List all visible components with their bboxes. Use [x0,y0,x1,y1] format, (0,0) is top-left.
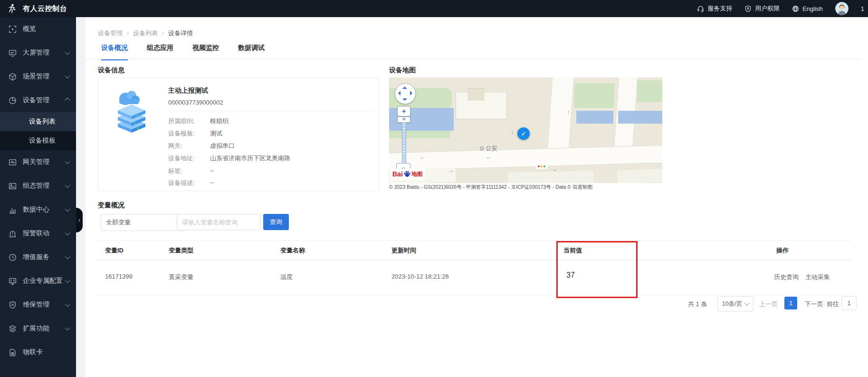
tab-device-overview[interactable]: 设备概况 [101,44,128,60]
zoom-in-button[interactable]: + [397,106,410,116]
sidebar-item-enterprise[interactable]: 企业专属配置 [0,269,76,293]
variable-search-input[interactable] [177,214,260,230]
sidebar-item-extension[interactable]: 扩展功能 [0,317,76,340]
sidebar-item-label: 设备管理 [23,96,66,105]
query-button[interactable]: 查询 [263,214,289,230]
chevron-down-icon [65,206,70,212]
sidebar-item-label: 场景管理 [23,72,66,81]
sidebar-item-device[interactable]: 设备管理 [0,88,76,112]
breadcrumb-item[interactable]: 设备管理 [98,29,123,38]
baidu-map-canvas[interactable]: ← ← → → ↑ ↓ + = − ✓ ⊙ 公安 Bai 地图 [389,77,662,183]
sidebar-item-label: 物联卡 [23,348,69,357]
device-location-marker[interactable]: ✓ [517,127,530,140]
road-arrow-icon: ↓ [511,129,514,135]
chevron-down-icon [65,278,70,283]
sidebar-item-label: 概览 [23,25,69,33]
sidebar-item-label: 企业专属配置 [23,277,66,285]
sidebar-item-gateway[interactable]: 网关管理 [0,150,76,174]
map-water-area [618,111,662,124]
chevron-down-icon [65,73,70,78]
sidebar-item-overview[interactable]: 概览 [0,17,76,41]
language-switcher[interactable]: English [792,5,823,12]
map-road [547,77,574,150]
sidebar-item-label: 网关管理 [23,158,66,166]
code-screen-icon [9,277,17,285]
service-support-label: 服务支持 [707,4,732,13]
sidebar-item-label: 报警联动 [23,229,66,238]
page-size-select[interactable]: 10条/页 [717,296,754,311]
field-value: 根组织 [210,117,229,126]
sidebar-item-datacenter[interactable]: 数据中心 [0,198,76,222]
variable-type-select[interactable]: 全部变量 [101,214,185,231]
baidu-paw-icon [403,170,411,178]
sidebar-item-maintenance[interactable]: 维保管理 [0,293,76,317]
breadcrumb: 设备管理 › 设备列表 › 设备详情 [98,29,193,38]
tabs-divider [86,59,860,59]
col-header-variable-name: 变量名称 [280,246,305,255]
active-collect-link[interactable]: 主动采集 [805,273,830,281]
alarm-icon [9,230,17,238]
device-info-panel: 主动上报测试 0000037739000002 所属组织: 根组织 设备模板: … [98,77,379,191]
tab-data-debug[interactable]: 数据调试 [238,44,265,60]
chevron-down-icon [65,183,70,188]
col-header-variable-type: 变量类型 [169,246,193,255]
info-field-row: 设备描述: -- [168,179,372,187]
sidebar-item-simcard[interactable]: 物联卡 [0,340,76,364]
overview-icon [9,25,17,33]
tab-scada-app[interactable]: 组态应用 [147,44,173,60]
current-page-button[interactable]: 1 [784,297,797,309]
sidebar-item-alarm[interactable]: 报警联动 [0,222,76,245]
sidebar-item-device-template[interactable]: 设备模板 [0,131,76,150]
chevron-up-icon [65,97,70,103]
sidebar-item-scene[interactable]: 场景管理 [0,65,76,88]
sidebar-item-device-list[interactable]: 设备列表 [0,112,76,131]
baidu-logo-text: 地图 [411,170,423,178]
topbar-right: 服务支持 用户权限 English 1 [697,0,864,17]
gateway-icon [9,158,17,166]
topbar: 有人云控制台 服务支持 用户权限 English 1 [0,0,868,17]
map-pan-control[interactable] [395,83,416,104]
prev-page-button[interactable]: 上一页 [759,300,778,309]
field-value: 虚拟串口 [210,142,235,150]
device-map-title: 设备地图 [389,66,416,75]
road-arrow-icon: ← [486,154,492,160]
divider [168,111,372,111]
user-avatar[interactable] [835,2,849,15]
goto-page-input[interactable] [841,296,857,310]
field-label: 所属组织: [168,117,210,126]
col-header-actions: 操作 [776,246,789,255]
zoom-slider-track[interactable] [402,122,406,164]
cell-updated-time: 2023-10-12 18:21:26 [391,273,449,280]
user-permission-menu[interactable]: 用户权限 [744,4,780,13]
layers-icon [9,325,17,333]
sidebar-item-label: 增值服务 [23,253,66,261]
service-support-menu[interactable]: 服务支持 [697,4,732,13]
clock-icon [9,253,17,261]
chevron-down-icon [65,159,70,164]
breadcrumb-item[interactable]: 设备列表 [133,29,158,38]
chevron-down-icon [65,49,70,55]
map-park-area [637,80,662,102]
breadcrumb-current: 设备详情 [168,29,193,38]
field-value: -- [210,167,214,175]
field-value: 山东省济南市历下区龙奥南路 [210,154,290,163]
variable-type-value: 全部变量 [106,218,131,227]
brand-logo[interactable]: 有人云控制台 [7,3,67,14]
tab-video-monitor[interactable]: 视频监控 [192,44,219,60]
sidebar-collapse-handle[interactable]: ‹ [76,208,83,232]
sidebar-item-vas[interactable]: 增值服务 [0,245,76,269]
history-query-link[interactable]: 历史查询 [774,273,799,281]
poi-name: 公安 [486,145,497,152]
variables-title: 变量概况 [98,201,124,210]
info-field-row: 网关: 虚拟串口 [168,142,372,150]
sidebar-item-label: 数据中心 [23,205,66,214]
info-field-row: 设备模板: 测试 [168,129,372,138]
pan-right-icon [410,91,412,96]
sidebar-item-scada[interactable]: 组态管理 [0,174,76,198]
globe-icon [792,5,799,12]
sidebar-item-bigscreen[interactable]: 大屏管理 [0,41,76,65]
field-label: 设备描述: [168,179,210,187]
next-page-button[interactable]: 下一页 [805,300,823,309]
baidu-logo-text: Bai [392,170,403,178]
bigscreen-icon [9,49,17,57]
